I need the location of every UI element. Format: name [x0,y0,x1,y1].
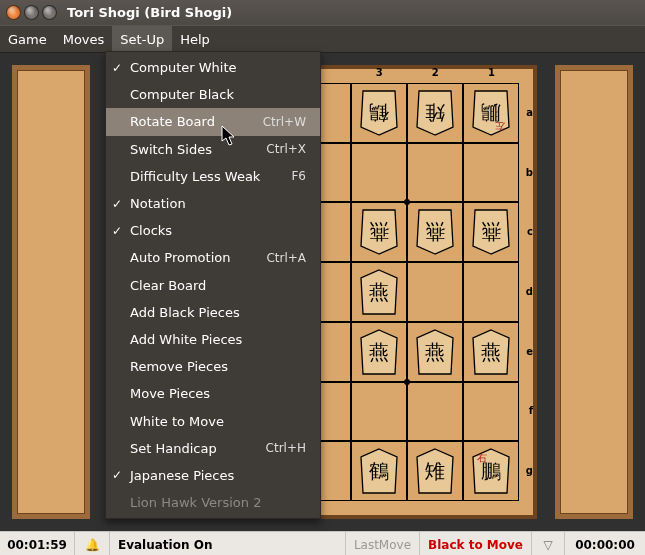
setup-dropdown: ✓Computer WhiteComputer BlackRotate Boar… [105,51,321,519]
menu-bar: Game Moves Set-Up Help [0,25,645,53]
board-cell[interactable] [407,262,463,322]
menu-item-label: Difficulty Less Weak [130,169,260,184]
menu-item-label: Move Pieces [130,386,210,401]
menu-game[interactable]: Game [0,26,55,52]
menu-item-accel: Ctrl+X [266,142,306,156]
last-move-label[interactable]: LastMove [346,532,420,555]
menu-item-move-pieces[interactable]: Move Pieces [106,380,320,407]
menu-setup[interactable]: Set-Up [112,26,172,52]
menu-item-computer-black[interactable]: Computer Black [106,81,320,108]
menu-item-auto-promotion[interactable]: Auto PromotionCtrl+A [106,244,320,271]
window-close-button[interactable] [6,5,21,20]
board-cell[interactable] [351,262,407,322]
check-icon: ✓ [112,61,122,75]
dropdown-indicator-icon[interactable]: ▽ [532,532,565,555]
board-cell[interactable] [463,202,519,262]
menu-item-notation[interactable]: ✓Notation [106,190,320,217]
check-icon: ✓ [112,224,122,238]
col-label: 1 [488,67,495,78]
menu-item-label: White to Move [130,414,224,429]
board-cell[interactable] [351,322,407,382]
menu-item-accel: Ctrl+W [263,115,306,129]
clock-right: 00:00:00 [565,532,645,555]
menu-item-clocks[interactable]: ✓Clocks [106,217,320,244]
row-label: b [526,167,533,178]
board-cell[interactable] [463,143,519,203]
menu-item-remove-pieces[interactable]: Remove Pieces [106,353,320,380]
board-cell[interactable] [351,202,407,262]
board-cell[interactable] [407,83,463,143]
menu-item-add-black-pieces[interactable]: Add Black Pieces [106,299,320,326]
menu-item-computer-white[interactable]: ✓Computer White [106,54,320,81]
piece-holder-right[interactable] [549,59,639,525]
row-label: g [526,465,533,476]
menu-item-clear-board[interactable]: Clear Board [106,272,320,299]
board-cell[interactable] [407,441,463,501]
bell-icon[interactable]: 🔔 [75,532,110,555]
menu-item-lion-hawk-version-2: Lion Hawk Version 2 [106,489,320,516]
board-cell[interactable] [407,202,463,262]
col-label: 2 [432,67,439,78]
row-label: d [526,286,533,297]
row-label: f [529,405,533,416]
menu-item-add-white-pieces[interactable]: Add White Pieces [106,326,320,353]
main-area: 321abcdefg鶴雉鵬左燕燕燕燕燕燕燕鶴雉鵬右 [0,53,645,531]
menu-item-label: Notation [130,196,186,211]
menu-moves[interactable]: Moves [55,26,113,52]
menu-item-accel: Ctrl+H [266,441,306,455]
menu-item-label: Switch Sides [130,142,212,157]
board-cell[interactable] [351,441,407,501]
menu-item-set-handicap[interactable]: Set HandicapCtrl+H [106,435,320,462]
menu-item-rotate-board[interactable]: Rotate BoardCtrl+W [106,108,320,135]
menu-item-label: Clocks [130,223,172,238]
board-cell[interactable] [407,322,463,382]
menu-item-label: Computer White [130,60,237,75]
check-icon: ✓ [112,468,122,482]
piece-holder-left[interactable] [6,59,96,525]
star-point [404,379,410,385]
board-cell[interactable] [407,143,463,203]
status-bar: 00:01:59 🔔 Evaluation On LastMove Black … [0,531,645,555]
row-label: c [527,226,533,237]
window-title: Tori Shogi (Bird Shogi) [67,5,232,20]
menu-item-accel: Ctrl+A [266,251,306,265]
menu-item-japanese-pieces[interactable]: ✓Japanese Pieces [106,462,320,489]
menu-item-label: Rotate Board [130,114,215,129]
menu-item-difficulty-less-weak[interactable]: Difficulty Less WeakF6 [106,163,320,190]
menu-item-label: Clear Board [130,278,206,293]
row-label: e [526,346,533,357]
board-cell[interactable] [463,441,519,501]
window-maximize-button[interactable] [42,5,57,20]
evaluation-status: Evaluation On [110,532,346,555]
board-cell[interactable] [351,83,407,143]
menu-item-label: Set Handicap [130,441,217,456]
col-label: 3 [376,67,383,78]
menu-item-label: Add White Pieces [130,332,242,347]
clock-left: 00:01:59 [0,532,75,555]
row-label: a [526,107,533,118]
board-cell[interactable] [351,143,407,203]
menu-item-switch-sides[interactable]: Switch SidesCtrl+X [106,136,320,163]
board-cell[interactable] [463,83,519,143]
title-bar: Tori Shogi (Bird Shogi) [0,0,645,25]
board-cell[interactable] [351,382,407,442]
check-icon: ✓ [112,197,122,211]
menu-item-label: Computer Black [130,87,234,102]
menu-item-accel: F6 [291,169,306,183]
menu-item-label: Add Black Pieces [130,305,240,320]
board-cell[interactable] [463,382,519,442]
menu-item-label: Japanese Pieces [130,468,234,483]
menu-item-white-to-move[interactable]: White to Move [106,407,320,434]
menu-item-label: Lion Hawk Version 2 [130,495,261,510]
menu-help[interactable]: Help [172,26,218,52]
menu-item-label: Auto Promotion [130,250,230,265]
board-cell[interactable] [463,262,519,322]
board-cell[interactable] [407,382,463,442]
board-cell[interactable] [463,322,519,382]
to-move-label: Black to Move [420,532,532,555]
menu-item-label: Remove Pieces [130,359,228,374]
window-minimize-button[interactable] [24,5,39,20]
